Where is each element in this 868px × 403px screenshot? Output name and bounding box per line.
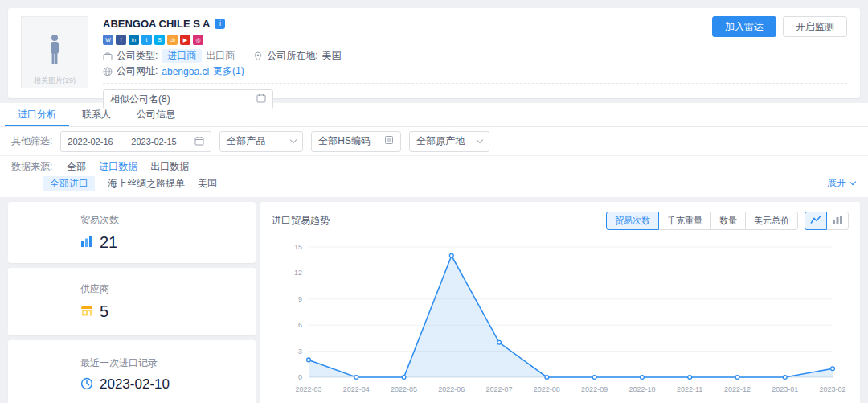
filter-row: 其他筛选: 2022-02-16 2023-02-15 全部产品 全部HS编码 … xyxy=(0,127,868,156)
datasource-section: 数据来源: 全部 进口数据 出口数据 全部进口 海上丝绸之路提单 美国 展开 xyxy=(0,156,868,197)
skype-icon[interactable]: S xyxy=(154,35,165,45)
website-icon[interactable]: W xyxy=(103,35,113,45)
svg-text:2022-04: 2022-04 xyxy=(343,385,370,393)
chart-title: 进口贸易趋势 xyxy=(272,214,330,228)
website-label: 公司网址: xyxy=(117,64,158,78)
briefcase-icon xyxy=(103,51,113,61)
expand-toggle[interactable]: 展开 xyxy=(827,176,855,190)
supplier-count-value: 5 xyxy=(100,302,108,321)
line-chart-icon xyxy=(810,215,821,227)
hs-code-select[interactable]: 全部HS编码 xyxy=(311,131,401,152)
hs-book-icon xyxy=(384,135,394,147)
trade-count-value: 21 xyxy=(100,233,117,252)
last-import-value: 2023-02-10 xyxy=(100,376,170,393)
chart-header: 进口贸易趋势 贸易次数 千克重量 数量 美元总价 xyxy=(272,210,849,231)
header-actions: 加入雷达 开启监测 xyxy=(712,16,847,37)
company-header-card: 相关图片(29) ABENGOA CHILE S A i W f in t S … xyxy=(8,8,860,98)
ds-option-export-data[interactable]: 出口数据 xyxy=(150,160,189,174)
svg-text:2023-02: 2023-02 xyxy=(819,385,845,393)
line-chart-toggle[interactable] xyxy=(805,212,827,230)
ds-sub-usa[interactable]: 美国 xyxy=(198,177,217,191)
expand-label: 展开 xyxy=(827,176,846,190)
chart-controls: 贸易次数 千克重量 数量 美元总价 xyxy=(606,212,849,230)
svg-text:3: 3 xyxy=(298,347,302,356)
location-label: 公司所在地: xyxy=(267,49,317,63)
supplier-count-label: 供应商 xyxy=(80,282,256,296)
ds-option-import-data[interactable]: 进口数据 xyxy=(99,160,137,174)
metric-usd-total-button[interactable]: 美元总价 xyxy=(745,212,798,230)
ds-option-all[interactable]: 全部 xyxy=(67,160,86,174)
exporter-tag[interactable]: 出口商 xyxy=(206,49,235,63)
svg-text:15: 15 xyxy=(294,243,302,251)
company-website-row: 公司网址: abengoa.cl 更多(1) xyxy=(103,64,847,79)
bar-chart-toggle[interactable] xyxy=(826,212,849,230)
metric-button-group: 贸易次数 千克重量 数量 美元总价 xyxy=(606,212,798,230)
linkedin-icon[interactable]: in xyxy=(129,35,139,45)
trend-chart-card: 进口贸易趋势 贸易次数 千克重量 数量 美元总价 xyxy=(260,202,860,403)
datasource-row: 数据来源: 全部 进口数据 出口数据 xyxy=(11,158,857,175)
location-value: 美国 xyxy=(322,49,342,63)
svg-text:2022-11: 2022-11 xyxy=(677,385,702,393)
metric-kg-weight-button[interactable]: 千克重量 xyxy=(658,212,711,230)
ds-sub-all-import[interactable]: 全部进口 xyxy=(43,176,95,191)
trade-count-label: 贸易次数 xyxy=(80,213,256,227)
company-name: ABENGOA CHILE S A xyxy=(103,18,210,30)
bar-chart-icon xyxy=(832,215,843,227)
last-import-card: 最近一次进口记录 2023-02-10 xyxy=(8,340,256,403)
calendar-icon xyxy=(194,136,204,147)
product-select-value: 全部产品 xyxy=(227,134,265,148)
related-images-label: 相关图片(29) xyxy=(22,76,88,86)
tab-import-analysis[interactable]: 进口分析 xyxy=(5,103,69,126)
svg-text:0: 0 xyxy=(298,373,302,381)
similar-company-select[interactable]: 相似公司名(8) xyxy=(103,89,273,109)
instagram-icon[interactable]: ◎ xyxy=(193,35,203,45)
svg-text:9: 9 xyxy=(298,295,302,303)
website-link[interactable]: abengoa.cl xyxy=(162,66,209,77)
product-select[interactable]: 全部产品 xyxy=(219,131,303,152)
stats-column: 贸易次数 21 供应商 5 最近一次进口记录 xyxy=(8,202,256,403)
add-radar-button[interactable]: 加入雷达 xyxy=(712,16,776,37)
youtube-icon[interactable]: ▶ xyxy=(180,35,190,45)
supplier-icon xyxy=(80,304,93,319)
importer-tag[interactable]: 进口商 xyxy=(162,49,202,63)
company-type-row: 公司类型: 进口商 出口商 公司所在地: 美国 xyxy=(103,48,847,64)
svg-text:2022-12: 2022-12 xyxy=(724,385,751,393)
datasource-label: 数据来源: xyxy=(11,160,52,174)
date-range-picker[interactable]: 2022-02-16 2023-02-15 xyxy=(60,131,211,152)
svg-text:6: 6 xyxy=(298,321,302,329)
metric-trade-count-button[interactable]: 贸易次数 xyxy=(606,212,659,230)
more-websites-link[interactable]: 更多(1) xyxy=(213,64,244,78)
clock-icon xyxy=(80,377,93,393)
svg-text:2022-03: 2022-03 xyxy=(295,385,321,393)
location-pin-icon xyxy=(253,51,263,61)
ds-sub-maritime-silkroad[interactable]: 海上丝绸之路提单 xyxy=(108,177,185,191)
svg-text:2022-08: 2022-08 xyxy=(534,385,560,393)
svg-text:2023-01: 2023-01 xyxy=(772,385,798,393)
origin-select[interactable]: 全部原产地 xyxy=(409,131,489,152)
crunchbase-icon[interactable]: cb xyxy=(167,35,178,45)
datasource-sub-row: 全部进口 海上丝绸之路提单 美国 xyxy=(11,175,857,191)
last-import-label: 最近一次进口记录 xyxy=(80,356,256,370)
supplier-count-card: 供应商 5 xyxy=(8,268,256,335)
page: 相关图片(29) ABENGOA CHILE S A i W f in t S … xyxy=(0,0,868,403)
chart-type-group xyxy=(805,212,849,230)
date-end-value: 2023-02-15 xyxy=(131,137,176,146)
start-monitor-button[interactable]: 开启监测 xyxy=(783,16,847,37)
trend-chart-svg: 036912152022-032022-042022-052022-062022… xyxy=(272,236,847,398)
hs-code-value: 全部HS编码 xyxy=(318,134,371,148)
similar-company-row: 相似公司名(8) xyxy=(103,83,847,109)
chevron-down-icon xyxy=(290,137,297,143)
other-filters-label: 其他筛选: xyxy=(11,134,52,148)
facebook-icon[interactable]: f xyxy=(116,35,126,45)
origin-select-value: 全部原产地 xyxy=(416,134,465,148)
company-claim-icon[interactable]: i xyxy=(215,19,225,29)
svg-text:12: 12 xyxy=(294,269,302,277)
svg-text:2022-05: 2022-05 xyxy=(391,385,417,393)
trade-count-card: 贸易次数 21 xyxy=(8,202,256,263)
company-photo-thumbnail[interactable]: 相关图片(29) xyxy=(21,16,88,88)
similar-company-value: 相似公司名(8) xyxy=(110,93,170,106)
svg-text:2022-06: 2022-06 xyxy=(438,385,465,393)
twitter-icon[interactable]: t xyxy=(141,35,152,45)
metric-quantity-button[interactable]: 数量 xyxy=(710,212,746,230)
main-content: 贸易次数 21 供应商 5 最近一次进口记录 xyxy=(8,202,860,403)
